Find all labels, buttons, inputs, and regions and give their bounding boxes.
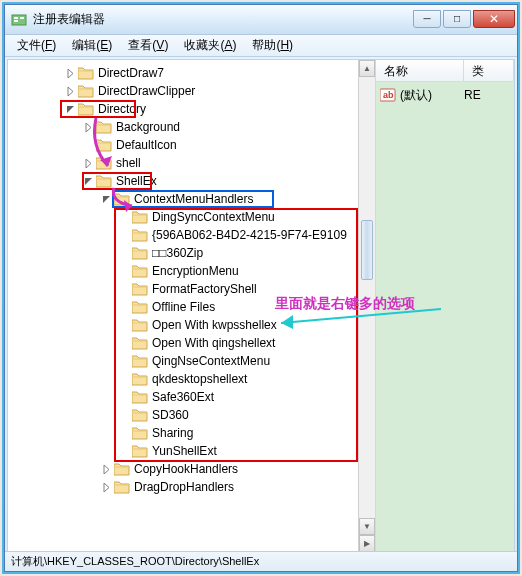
tree-spacer (118, 427, 130, 439)
tree-spacer (118, 247, 130, 259)
tree-item-label: Sharing (152, 426, 193, 440)
folder-icon (96, 174, 112, 188)
expand-icon[interactable] (100, 481, 112, 493)
tree-item[interactable]: DingSyncContextMenu (10, 208, 373, 226)
tree-spacer (82, 139, 94, 151)
folder-icon (114, 192, 130, 206)
list-view[interactable]: 名称 类 ab (默认) RE (376, 60, 514, 552)
scroll-up-button[interactable]: ▲ (359, 60, 375, 77)
menu-favorites[interactable]: 收藏夹(A) (176, 35, 244, 56)
tree-item[interactable]: ContextMenuHandlers (10, 190, 373, 208)
folder-icon (132, 390, 148, 404)
folder-icon (132, 354, 148, 368)
folder-icon (132, 282, 148, 296)
tree-item[interactable]: Offline Files (10, 298, 373, 316)
list-row-default[interactable]: ab (默认) RE (380, 86, 510, 104)
tree-item[interactable]: FormatFactoryShell (10, 280, 373, 298)
tree-item-label: CopyHookHandlers (134, 462, 238, 476)
menu-view[interactable]: 查看(V) (120, 35, 176, 56)
folder-icon (114, 480, 130, 494)
folder-icon (78, 66, 94, 80)
tree-spacer (118, 265, 130, 277)
tree-item[interactable]: QingNseContextMenu (10, 352, 373, 370)
tree-item[interactable]: DragDropHandlers (10, 478, 373, 496)
folder-icon (132, 300, 148, 314)
folder-icon (132, 336, 148, 350)
collapse-icon[interactable] (64, 103, 76, 115)
tree-item-label: ContextMenuHandlers (134, 192, 253, 206)
tree-item-label: DefaultIcon (116, 138, 177, 152)
menu-bar: 文件(F) 编辑(E) 查看(V) 收藏夹(A) 帮助(H) (5, 35, 517, 57)
scroll-thumb[interactable] (361, 220, 373, 280)
tree-item[interactable]: CopyHookHandlers (10, 460, 373, 478)
tree-item[interactable]: DefaultIcon (10, 136, 373, 154)
tree-spacer (118, 445, 130, 457)
tree-spacer (118, 283, 130, 295)
minimize-button[interactable]: ─ (413, 10, 441, 28)
tree-view[interactable]: DirectDraw7DirectDrawClipperDirectoryBac… (8, 60, 376, 552)
menu-help[interactable]: 帮助(H) (244, 35, 301, 56)
col-name[interactable]: 名称 (376, 60, 464, 81)
svg-text:ab: ab (383, 90, 394, 100)
tree-item[interactable]: Open With kwpsshellex (10, 316, 373, 334)
folder-icon (132, 246, 148, 260)
tree-item-label: DirectDraw7 (98, 66, 164, 80)
tree-spacer (118, 301, 130, 313)
app-icon (11, 12, 27, 28)
tree-item[interactable]: Directory (10, 100, 373, 118)
collapse-icon[interactable] (82, 175, 94, 187)
tree-item[interactable]: Safe360Ext (10, 388, 373, 406)
close-button[interactable]: ✕ (473, 10, 515, 28)
tree-item-label: YunShellExt (152, 444, 217, 458)
tree-item[interactable]: Sharing (10, 424, 373, 442)
scroll-right-button[interactable]: ▶ (359, 535, 375, 552)
expand-icon[interactable] (64, 85, 76, 97)
folder-icon (132, 228, 148, 242)
folder-icon (132, 318, 148, 332)
tree-item[interactable]: DirectDraw7 (10, 64, 373, 82)
tree-item[interactable]: EncryptionMenu (10, 262, 373, 280)
folder-icon (96, 120, 112, 134)
tree-item-label: QingNseContextMenu (152, 354, 270, 368)
tree-item-label: Open With qingshellext (152, 336, 275, 350)
maximize-button[interactable]: □ (443, 10, 471, 28)
folder-icon (132, 210, 148, 224)
collapse-icon[interactable] (100, 193, 112, 205)
list-header: 名称 类 (376, 60, 514, 82)
tree-spacer (118, 229, 130, 241)
tree-item[interactable]: ShellEx (10, 172, 373, 190)
tree-item[interactable]: shell (10, 154, 373, 172)
menu-file[interactable]: 文件(F) (9, 35, 64, 56)
tree-item[interactable]: Background (10, 118, 373, 136)
expand-icon[interactable] (100, 463, 112, 475)
tree-item[interactable]: □□360Zip (10, 244, 373, 262)
expand-icon[interactable] (64, 67, 76, 79)
tree-item-label: DingSyncContextMenu (152, 210, 275, 224)
folder-icon (78, 84, 94, 98)
value-name: (默认) (400, 87, 464, 104)
tree-item-label: FormatFactoryShell (152, 282, 257, 296)
scroll-down-button[interactable]: ▼ (359, 518, 375, 535)
tree-scrollbar[interactable]: ▲ ▼ ▶ (358, 60, 375, 552)
tree-item[interactable]: YunShellExt (10, 442, 373, 460)
tree-item-label: shell (116, 156, 141, 170)
tree-item[interactable]: Open With qingshellext (10, 334, 373, 352)
tree-spacer (118, 319, 130, 331)
tree-item[interactable]: DirectDrawClipper (10, 82, 373, 100)
tree-spacer (118, 337, 130, 349)
col-type[interactable]: 类 (464, 60, 514, 81)
tree-item[interactable]: {596AB062-B4D2-4215-9F74-E9109 (10, 226, 373, 244)
tree-item[interactable]: SD360 (10, 406, 373, 424)
expand-icon[interactable] (82, 121, 94, 133)
svg-rect-1 (14, 17, 18, 19)
tree-item-label: SD360 (152, 408, 189, 422)
tree-item-label: Safe360Ext (152, 390, 214, 404)
tree-spacer (118, 211, 130, 223)
expand-icon[interactable] (82, 157, 94, 169)
tree-item-label: ShellEx (116, 174, 157, 188)
tree-item-label: DragDropHandlers (134, 480, 234, 494)
tree-item-label: Open With kwpsshellex (152, 318, 277, 332)
tree-item[interactable]: qkdesktopshellext (10, 370, 373, 388)
folder-icon (132, 264, 148, 278)
menu-edit[interactable]: 编辑(E) (64, 35, 120, 56)
